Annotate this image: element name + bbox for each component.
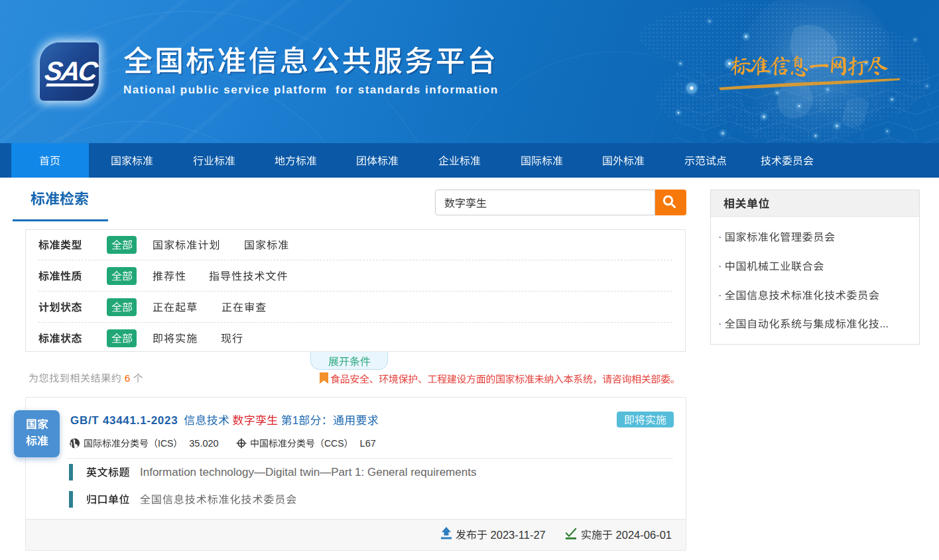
svg-text:...: ... (880, 319, 889, 330)
svg-text:·: · (718, 319, 725, 330)
svg-text:35.020: 35.020 (190, 438, 219, 449)
svg-text:1: 1 (292, 414, 298, 427)
svg-text:·: · (718, 260, 725, 272)
svg-text:·: · (718, 232, 725, 243)
svg-text:National public service platfo: National public service platform for sta… (123, 84, 499, 96)
svg-text:6: 6 (121, 372, 133, 384)
svg-text:ICS: ICS (158, 438, 173, 449)
svg-text:·: · (718, 290, 725, 301)
svg-text:GB/T 43441.1-2023: GB/T 43441.1-2023 (70, 414, 178, 427)
svg-text:2024-06-01: 2024-06-01 (613, 529, 672, 541)
svg-text:L67: L67 (360, 438, 376, 449)
svg-text:2023-11-27: 2023-11-27 (487, 529, 546, 541)
svg-text:CCS: CCS (324, 438, 344, 449)
svg-text:SAC: SAC (43, 56, 99, 86)
svg-text:Information technology—Digital: Information technology—Digital twin—Part… (140, 466, 476, 478)
